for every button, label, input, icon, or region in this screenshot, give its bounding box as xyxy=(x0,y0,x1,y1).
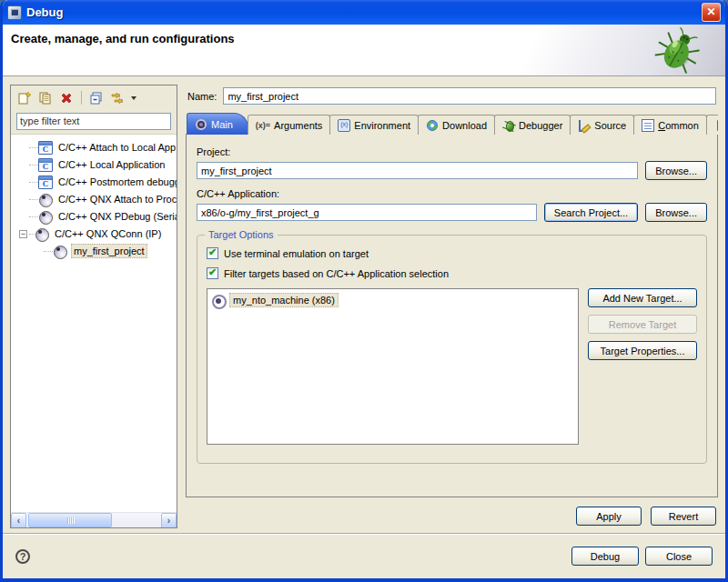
main-area: C/C++ Attach to Local App C/C++ Local Ap… xyxy=(3,76,725,533)
project-input[interactable] xyxy=(197,162,638,179)
target-options-group: Target Options Use terminal emulation on… xyxy=(197,235,707,464)
debugger-bug-icon xyxy=(502,119,515,132)
configuration-editor: Name: Main (x)= Arguments Environment xyxy=(186,85,718,528)
terminal-emulation-checkbox[interactable] xyxy=(207,247,218,259)
environment-monitor-icon xyxy=(338,119,350,132)
dialog-button-bar: ? Debug Close xyxy=(3,534,725,578)
tree-item-attach-local[interactable]: C/C++ Attach to Local App xyxy=(11,139,177,156)
bug-image xyxy=(649,25,709,75)
target-properties-button[interactable]: Target Properties... xyxy=(588,341,697,360)
tab-tools[interactable]: Tools xyxy=(706,115,718,135)
qnx-sphere-icon xyxy=(53,245,67,258)
filter-field-wrap xyxy=(16,112,171,130)
tab-environment[interactable]: Environment xyxy=(329,115,419,135)
title-bar[interactable]: Debug ✕ xyxy=(3,0,725,25)
c-application-icon xyxy=(38,141,53,155)
source-tree-icon xyxy=(578,119,591,132)
qnx-sphere-icon xyxy=(35,227,49,241)
project-browse-button[interactable]: Browse... xyxy=(645,161,707,180)
new-configuration-icon[interactable] xyxy=(16,90,33,105)
add-new-target-button[interactable]: Add New Target... xyxy=(588,288,697,307)
application-label: C/C++ Application: xyxy=(197,188,707,199)
window-title: Debug xyxy=(26,5,702,19)
delete-configuration-icon[interactable] xyxy=(58,90,75,105)
tree-item-qnx-attach[interactable]: C/C++ QNX Attach to Proc xyxy=(11,191,177,208)
collapse-all-icon[interactable] xyxy=(88,90,105,105)
main-tab-content: Project: Browse... C/C++ Application: Se… xyxy=(186,134,718,497)
tree-item-qnx-qconn[interactable]: − C/C++ QNX QConn (IP) xyxy=(11,226,177,243)
qnx-sphere-icon xyxy=(38,193,53,206)
main-target-icon xyxy=(195,118,207,131)
qnx-sphere-icon xyxy=(38,210,53,224)
filter-targets-checkbox-row[interactable]: Filter targets based on C/C++ Applicatio… xyxy=(207,267,697,279)
help-icon[interactable]: ? xyxy=(15,549,30,564)
toolbar-separator xyxy=(81,91,82,105)
name-input[interactable] xyxy=(223,87,716,105)
target-bullseye-icon xyxy=(211,294,226,307)
tree-horizontal-scrollbar[interactable]: ‹ › xyxy=(11,512,177,527)
apply-revert-row: Apply Revert xyxy=(186,497,718,528)
tree-item-my-first-project[interactable]: my_first_project xyxy=(11,243,177,260)
tab-source[interactable]: Source xyxy=(570,115,634,135)
application-input[interactable] xyxy=(197,204,537,221)
tab-debugger[interactable]: Debugger xyxy=(494,115,571,135)
close-button[interactable]: Close xyxy=(645,547,713,566)
tree-item-qnx-pdebug[interactable]: C/C++ QNX PDebug (Serial xyxy=(11,208,177,226)
name-label: Name: xyxy=(187,91,217,102)
remove-target-button[interactable]: Remove Target xyxy=(588,315,697,334)
configurations-tree: C/C++ Attach to Local App C/C++ Local Ap… xyxy=(11,134,177,528)
debug-button[interactable]: Debug xyxy=(571,547,639,566)
scroll-right-icon[interactable]: › xyxy=(161,513,177,527)
scrollbar-thumb[interactable] xyxy=(28,513,112,527)
c-application-icon xyxy=(38,176,53,189)
scroll-left-icon[interactable]: ‹ xyxy=(11,513,26,527)
configurations-panel: C/C++ Attach to Local App C/C++ Local Ap… xyxy=(10,85,177,528)
common-list-icon xyxy=(642,119,654,132)
tree-item-postmortem[interactable]: C/C++ Postmortem debugg xyxy=(11,174,177,191)
c-application-icon xyxy=(38,158,53,172)
download-disc-icon xyxy=(426,119,439,132)
scrollbar-track[interactable] xyxy=(112,513,161,527)
configurations-toolbar xyxy=(11,85,177,110)
target-list[interactable]: my_nto_machine (x86) xyxy=(207,288,579,445)
close-icon[interactable]: ✕ xyxy=(702,3,721,22)
config-tab-bar: Main (x)= Arguments Environment Download… xyxy=(186,113,718,135)
filter-configurations-icon[interactable] xyxy=(109,90,126,105)
debug-dialog-window: Debug ✕ Create, manage, and run configur… xyxy=(0,0,728,582)
filter-menu-chevron-down-icon[interactable] xyxy=(131,96,136,100)
duplicate-configuration-icon[interactable] xyxy=(37,90,54,105)
tree-item-local-application[interactable]: C/C++ Local Application xyxy=(11,156,177,174)
banner-title: Create, manage, and run configurations xyxy=(11,32,235,45)
tab-common[interactable]: Common xyxy=(633,115,707,135)
project-label: Project: xyxy=(197,146,707,157)
target-options-title: Target Options xyxy=(205,229,278,240)
tools-icon xyxy=(714,119,718,132)
collapse-expander-icon[interactable]: − xyxy=(19,230,27,238)
header-banner: Create, manage, and run configurations xyxy=(3,25,725,76)
tab-download[interactable]: Download xyxy=(418,115,495,135)
search-project-button[interactable]: Search Project... xyxy=(544,203,638,222)
filter-targets-checkbox[interactable] xyxy=(207,267,218,279)
apply-button[interactable]: Apply xyxy=(576,507,642,526)
revert-button[interactable]: Revert xyxy=(651,507,716,526)
target-item-my-nto-machine[interactable]: my_nto_machine (x86) xyxy=(211,293,574,307)
terminal-emulation-checkbox-row[interactable]: Use terminal emulation on target xyxy=(207,247,697,259)
application-browse-button[interactable]: Browse... xyxy=(645,203,707,222)
tab-arguments[interactable]: (x)= Arguments xyxy=(248,115,330,135)
dialog-icon xyxy=(7,5,22,20)
filter-input[interactable] xyxy=(16,113,171,130)
arguments-icon: (x)= xyxy=(256,119,270,132)
tab-main[interactable]: Main xyxy=(187,113,248,135)
